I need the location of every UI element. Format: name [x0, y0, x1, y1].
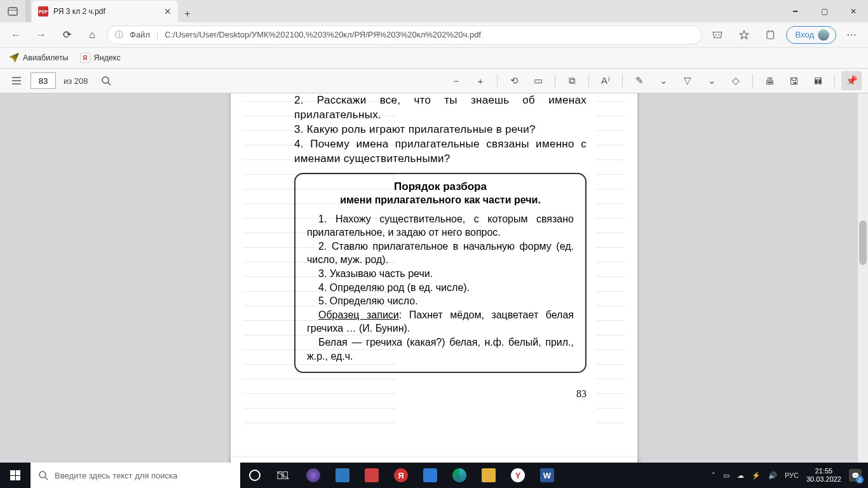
tray-lang[interactable]: РУС [785, 471, 799, 479]
bookmark-avia[interactable]: Авиабилеты [9, 53, 69, 63]
refresh-button[interactable]: ⟳ [56, 24, 78, 46]
address-bar-row: ← → ⟳ ⌂ ⓘ Файл | C:/Users/User/Desktop/У… [0, 22, 868, 48]
app-browser-alt[interactable] [299, 463, 328, 488]
scrollbar-track[interactable] [858, 93, 868, 463]
box-sample-2: Белая — гречиха (какая?) белая, н.ф. бел… [307, 336, 574, 363]
box-step-1: 1. Нахожу существительное, с которым свя… [307, 212, 574, 240]
svg-point-8 [102, 77, 109, 83]
shopping-button[interactable] [706, 24, 729, 46]
zoom-in-button[interactable]: + [470, 71, 491, 90]
close-tab-button[interactable]: ✕ [164, 6, 172, 17]
draw-dropdown[interactable]: ⌄ [653, 71, 674, 90]
new-tab-button[interactable]: + [178, 8, 197, 22]
title-bar: PDF РЯ 3 кл 2 ч.pdf ✕ + ━ ▢ ✕ [0, 0, 868, 22]
back-button[interactable]: ← [5, 24, 27, 46]
page-count: из 208 [60, 76, 92, 86]
box-sample: Образец записи: Пахнет мёдом, зацветает … [307, 308, 574, 336]
cortana-button[interactable] [240, 463, 269, 488]
tray-onedrive-icon[interactable]: ☁ [737, 471, 744, 480]
box-step-3: 3. Указываю часть речи. [307, 267, 574, 281]
svg-point-10 [39, 471, 46, 478]
find-button[interactable] [96, 71, 116, 90]
scrollbar-thumb[interactable] [859, 220, 867, 265]
rotate-button[interactable]: ⟲ [504, 71, 524, 90]
svg-line-11 [45, 477, 48, 480]
windows-taskbar: Введите здесь текст для поиска Я Y W ˄ ▭… [0, 463, 868, 488]
draw-button[interactable]: ✎ [629, 71, 649, 90]
address-bar[interactable]: ⓘ Файл | C:/Users/User/Desktop/УМК%20210… [107, 25, 702, 44]
zoom-out-button[interactable]: − [446, 71, 466, 90]
page-view-button[interactable]: ⧉ [562, 71, 582, 90]
bookmarks-bar: Авиабилеты Я Яндекс [0, 48, 868, 69]
read-aloud-button[interactable]: A⁾ [595, 71, 616, 90]
collections-button[interactable] [759, 24, 782, 46]
minimize-button[interactable]: ━ [780, 0, 810, 22]
svg-rect-2 [767, 31, 774, 39]
page-number-input[interactable] [31, 72, 56, 89]
question-4: 4. Почему имена прилагательные связаны и… [294, 137, 587, 166]
box-step-5: 5. Определяю число. [307, 294, 574, 308]
system-tray: ˄ ▭ ☁ ⚡ 🔊 РУС 21:55 30.03.2022 💬 [705, 463, 868, 488]
favorites-button[interactable] [733, 24, 756, 46]
tray-volume-icon[interactable]: 🔊 [768, 471, 777, 480]
app-edge[interactable] [445, 463, 474, 488]
print-button[interactable]: 🖶 [759, 71, 780, 90]
svg-line-9 [108, 83, 111, 85]
pdf-icon: PDF [38, 6, 48, 17]
next-page-peek [231, 458, 637, 463]
highlight-button[interactable]: ▽ [677, 71, 698, 90]
pin-toolbar-button[interactable]: 📌 [841, 71, 862, 90]
pdf-viewer[interactable]: 2. Расскажи все, что ты знаешь об именах… [0, 93, 868, 463]
windows-logo-icon [10, 470, 20, 480]
menu-button[interactable]: ⋯ [840, 24, 863, 46]
tray-notifications-button[interactable]: 💬 [849, 469, 862, 482]
save-as-button[interactable]: 🖬 [808, 71, 828, 90]
tray-chevron-up-icon[interactable]: ˄ [712, 471, 715, 480]
pdf-page: 2. Расскажи все, что ты знаешь об именах… [231, 93, 637, 463]
box-title-2: имени прилагательного как части речи. [307, 194, 574, 206]
close-window-button[interactable]: ✕ [839, 0, 868, 22]
highlight-dropdown[interactable]: ⌄ [702, 71, 722, 90]
taskbar-apps: Я Y W [240, 463, 562, 488]
site-info-icon[interactable]: ⓘ [115, 29, 123, 41]
tab-actions-button[interactable] [0, 0, 25, 22]
question-3: 3. Какую роль играют прилагательные в ре… [294, 123, 587, 137]
yandex-icon: Я [80, 53, 90, 63]
app-word[interactable]: W [532, 463, 562, 488]
taskbar-search[interactable]: Введите здесь текст для поиска [31, 463, 240, 488]
tray-clock[interactable]: 21:55 30.03.2022 [806, 467, 841, 483]
avatar-icon [818, 29, 829, 41]
tray-wifi-icon[interactable]: ⚡ [752, 471, 761, 480]
login-button[interactable]: Вход [786, 26, 836, 44]
save-button[interactable]: 🖫 [783, 71, 804, 90]
start-button[interactable] [0, 463, 31, 488]
task-view-button[interactable] [269, 463, 299, 488]
rule-box: Порядок разбора имени прилагательного ка… [294, 173, 587, 374]
bookmark-yandex[interactable]: Я Яндекс [80, 53, 121, 63]
browser-tab[interactable]: PDF РЯ 3 кл 2 ч.pdf ✕ [32, 1, 178, 22]
question-2: 2. Расскажи все, что ты знаешь об именах… [294, 93, 587, 123]
box-step-2: 2. Ставлю прилагательное в начальную фор… [307, 240, 574, 267]
app-mail[interactable] [416, 463, 445, 488]
addr-path: C:/Users/User/Desktop/УМК%202100,%203%20… [165, 30, 481, 39]
tray-meet-icon[interactable]: ▭ [723, 471, 729, 480]
erase-button[interactable]: ◇ [726, 71, 746, 90]
forward-button[interactable]: → [31, 24, 52, 46]
window-controls: ━ ▢ ✕ [780, 0, 868, 22]
home-button[interactable]: ⌂ [81, 24, 103, 46]
svg-rect-0 [8, 8, 17, 15]
contents-button[interactable] [6, 71, 27, 90]
app-explorer[interactable] [474, 463, 503, 488]
plane-icon [9, 53, 19, 63]
app-store[interactable] [328, 463, 357, 488]
fit-page-button[interactable]: ▭ [528, 71, 548, 90]
app-yandex[interactable]: Я [386, 463, 416, 488]
app-ybrowser[interactable]: Y [503, 463, 532, 488]
maximize-button[interactable]: ▢ [810, 0, 839, 22]
box-title-1: Порядок разбора [307, 180, 574, 193]
app-gift[interactable] [357, 463, 386, 488]
tab-title: РЯ 3 кл 2 ч.pdf [53, 7, 159, 16]
box-step-4: 4. Определяю род (в ед. числе). [307, 281, 574, 295]
pdf-toolbar: из 208 − + ⟲ ▭ ⧉ A⁾ ✎ ⌄ ▽ ⌄ ◇ 🖶 🖫 🖬 📌 [0, 69, 868, 93]
addr-prefix: Файл [130, 30, 150, 39]
